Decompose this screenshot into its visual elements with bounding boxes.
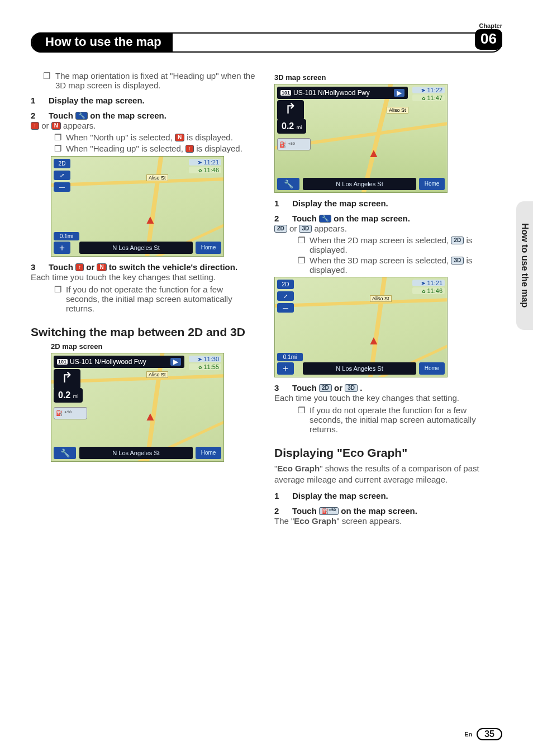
scale-indicator: 0.1mi — [54, 232, 79, 240]
view-2d-icon: 2D — [319, 384, 332, 392]
zoom-out-button[interactable]: — — [54, 182, 70, 192]
home-button[interactable]: Home — [196, 242, 221, 254]
vehicle-marker-icon: ▲ — [368, 146, 380, 160]
zoom-in-button[interactable]: ＋ — [277, 362, 294, 375]
r-note-2d: ❐ When the 2D map screen is selected, 2D… — [274, 235, 502, 254]
arrival-time: 11:46 — [412, 287, 445, 294]
caption-2d: 2D map screen — [51, 342, 259, 351]
view-3d-icon: 3D — [299, 225, 312, 233]
eco-result: The "Eco Graph" screen appears. — [274, 516, 502, 527]
scale-indicator: 0.1mi — [277, 353, 303, 361]
chapter-label: Chapter — [475, 22, 502, 29]
left-column: ❐ The map orientation is fixed at "Headi… — [31, 70, 259, 527]
north-up-icon: N — [175, 134, 184, 141]
step-3-note: ❐If you do not operate the function for … — [31, 285, 259, 313]
step-3-body: Each time you touch the key changes that… — [31, 272, 259, 283]
orientation-button[interactable]: ⤢ — [54, 171, 70, 180]
caption-3d: 3D map screen — [274, 73, 502, 82]
eco-intro: "Eco Graph" shows the results of a compa… — [274, 463, 502, 486]
route-shield-icon: 101 — [57, 359, 68, 365]
home-button[interactable]: Home — [419, 178, 445, 190]
map-left-buttons[interactable]: 2D ⤢ — — [277, 280, 294, 315]
current-street: N Los Angeles St — [79, 242, 193, 254]
step-1: 1 Display the map screen. — [31, 96, 259, 105]
r-step-3-body: Each time you touch the key changes that… — [274, 393, 502, 404]
r-appears-line: 2D or 3D appears. — [274, 223, 502, 234]
intro-bullet: ❐ The map orientation is fixed at "Headi… — [31, 71, 259, 90]
step-2: 2 Touch 🔧 on the map screen. — [31, 111, 259, 120]
view-2d-button[interactable]: 2D — [277, 280, 294, 289]
distance-box: 0.2 mi — [54, 388, 83, 403]
route-banner: 101 US-101 N/Hollywood Fwy ▶ — [54, 356, 184, 368]
orientation-button[interactable]: ⤢ — [277, 291, 294, 301]
tool-button[interactable]: 🔧 — [277, 178, 299, 190]
page-title: How to use the map — [32, 32, 173, 53]
appears-line: ↑ or N appears. — [31, 120, 259, 131]
r-step-3: 3 Touch 2D or 3D . — [274, 383, 502, 393]
map-screenshot-3d: Aliso St ▲ 101 US-101 N/Hollywood Fwy ▶ … — [274, 84, 448, 193]
view-2d-button[interactable]: 2D — [54, 159, 70, 168]
eta-time: 11:30 — [189, 356, 221, 362]
north-up-icon: N — [51, 122, 61, 130]
eta-time: 11:21 — [412, 280, 445, 286]
title-pill: How to use the map — [31, 32, 502, 53]
r-step-3-note: ❐If you do not operate the function for … — [274, 405, 502, 434]
arrival-time: 11:47 — [412, 94, 445, 101]
view-2d-icon: 2D — [274, 225, 287, 233]
vehicle-marker-icon: ▲ — [368, 333, 380, 348]
heading-up-icon: ↑ — [75, 263, 84, 271]
current-street: N Los Angeles St — [303, 178, 416, 190]
eco-button[interactable]: ⛽ ⁺⁵⁰ — [277, 138, 311, 150]
vehicle-marker-icon: ▲ — [144, 212, 156, 227]
heading-up-icon: ↑ — [185, 145, 194, 153]
turn-arrow-icon: ↱ — [277, 100, 304, 120]
map-left-buttons[interactable]: 2D ⤢ — — [54, 159, 70, 194]
tool-button[interactable]: 🔧 — [54, 447, 76, 459]
current-street: N Los Angeles St — [303, 362, 416, 375]
eta-time: 11:21 — [189, 159, 221, 166]
page-number: 35 — [477, 728, 502, 740]
side-tab-label: How to use the map — [520, 223, 530, 308]
play-icon[interactable]: ▶ — [170, 358, 181, 366]
eco-icon: ⛽⁺⁵⁰ — [319, 507, 339, 515]
distance-box: 0.2 mi — [277, 119, 306, 134]
route-banner: 101 US-101 N/Hollywood Fwy ▶ — [277, 87, 408, 99]
eco-button[interactable]: ⛽ ⁺⁵⁰ — [54, 407, 87, 419]
side-tab: How to use the map — [516, 201, 533, 330]
map-screenshot-controls: Aliso St ▲ 2D ⤢ — 11:21 11:46 0.1mi ＋ N … — [51, 156, 224, 257]
note-heading: ❐ When "Heading up" is selected, ↑ is di… — [31, 144, 259, 154]
view-3d-icon: 3D — [451, 257, 464, 264]
view-2d-icon: 2D — [451, 237, 464, 244]
home-button[interactable]: Home — [419, 362, 445, 375]
tool-icon: 🔧 — [75, 112, 88, 120]
step-3: 3 Touch ↑ or N to switch the vehicle's d… — [31, 262, 259, 272]
arrival-time: 11:55 — [189, 363, 221, 370]
heading-eco: Displaying "Eco Graph" — [274, 446, 502, 460]
eco-step-2: 2 Touch ⛽⁺⁵⁰ on the map screen. — [274, 506, 502, 516]
turn-arrow-icon: ↱ — [54, 369, 80, 389]
footer-lang: En — [464, 731, 472, 738]
home-button[interactable]: Home — [196, 447, 221, 459]
play-icon[interactable]: ▶ — [394, 89, 404, 97]
tool-icon: 🔧 — [319, 215, 331, 223]
page-footer: En 35 — [464, 728, 502, 740]
note-north: ❐ When "North up" is selected, N is disp… — [31, 133, 259, 143]
r-step-2: 2 Touch 🔧 on the map screen. — [274, 214, 502, 223]
r-step-1: 1Display the map screen. — [274, 199, 502, 208]
map-screenshot-controls-2: Aliso St ▲ 2D ⤢ — 11:21 11:46 0.1mi ＋ N … — [274, 277, 448, 377]
arrival-time: 11:46 — [189, 167, 221, 173]
zoom-out-button[interactable]: — — [277, 303, 294, 313]
current-street: N Los Angeles St — [79, 447, 193, 459]
eta-time: 11:22 — [412, 87, 445, 93]
heading-2d3d: Switching the map between 2D and 3D — [31, 325, 259, 339]
north-up-icon: N — [97, 263, 106, 271]
zoom-in-button[interactable]: ＋ — [54, 242, 70, 254]
view-3d-icon: 3D — [345, 384, 358, 392]
eco-step-1: 1Display the map screen. — [274, 491, 502, 500]
vehicle-marker-icon: ▲ — [144, 409, 156, 424]
route-shield-icon: 101 — [280, 90, 291, 96]
right-column: 3D map screen Aliso St ▲ 101 US-101 N/Ho… — [274, 70, 502, 527]
map-screenshot-2d: Aliso St ▲ 101 US-101 N/Hollywood Fwy ▶ … — [51, 353, 224, 462]
r-note-3d: ❐ When the 3D map screen is selected, 3D… — [274, 256, 502, 275]
page-header: Chapter 06 How to use the map — [31, 22, 502, 53]
